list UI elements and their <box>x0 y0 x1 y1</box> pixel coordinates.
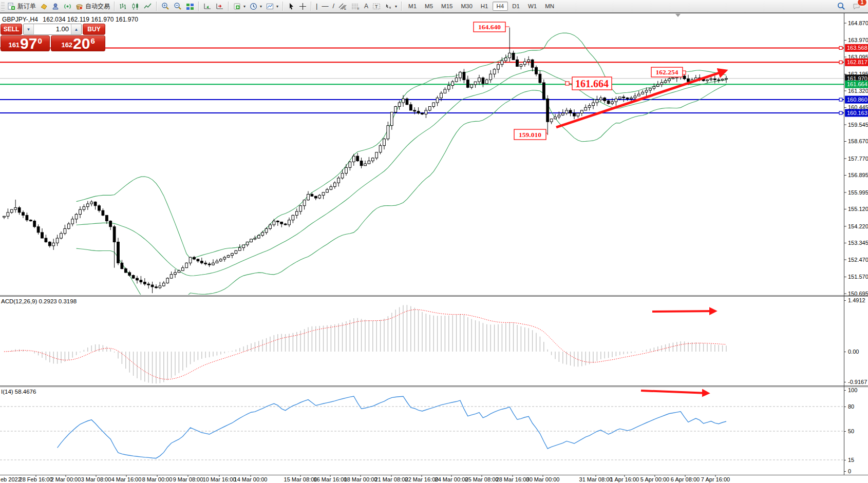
tab-timeframe-m30[interactable]: M30 <box>457 2 476 11</box>
svg-text:163.568: 163.568 <box>847 45 867 51</box>
signal-icon <box>64 3 71 10</box>
bar-chart-button[interactable] <box>117 2 129 11</box>
svg-text:164.640: 164.640 <box>478 23 501 31</box>
volume-up-button[interactable]: ▲ <box>71 24 81 34</box>
svg-text:25 Mar 08:00: 25 Mar 08:00 <box>465 476 499 482</box>
channel-button[interactable]: E <box>336 2 349 11</box>
hline-button[interactable]: — <box>319 2 330 11</box>
volume-input[interactable]: 1.00 <box>34 24 71 34</box>
svg-text:161.320: 161.320 <box>848 88 868 94</box>
zoom-in-icon <box>161 2 169 10</box>
market-watch-button[interactable] <box>38 2 50 11</box>
symbol-period: GBPJPY-,H4 <box>2 16 38 23</box>
autotrade-button[interactable]: 自动交易 <box>73 2 112 11</box>
crosshair-button[interactable] <box>297 2 309 11</box>
svg-text:158.670: 158.670 <box>848 138 868 144</box>
line-chart-button[interactable] <box>142 2 154 11</box>
candlestick-chart-button[interactable] <box>129 2 142 11</box>
time-axis[interactable]: eb 202228 Feb 16:002 Mar 00:003 Mar 08:0… <box>1 475 730 482</box>
svg-text:10 Mar 16:00: 10 Mar 16:00 <box>203 476 236 482</box>
svg-text:155.120: 155.120 <box>848 206 868 212</box>
toolbar-grip[interactable] <box>1 2 5 11</box>
tab-timeframe-m1[interactable]: M1 <box>404 2 421 11</box>
level-line-handle[interactable] <box>839 111 842 114</box>
level-line-handle[interactable] <box>839 61 842 64</box>
svg-text:160.163: 160.163 <box>847 110 867 116</box>
svg-text:28 Mar 16:00: 28 Mar 16:00 <box>496 476 530 482</box>
tab-timeframe-m5[interactable]: M5 <box>421 2 437 11</box>
tab-timeframe-h1[interactable]: H1 <box>477 2 493 11</box>
toolbar-separator <box>401 2 402 11</box>
zoom-out-button[interactable] <box>172 2 184 11</box>
svg-text:159.545: 159.545 <box>848 122 868 128</box>
tab-timeframe-h4[interactable]: H4 <box>493 2 508 11</box>
data-window-icon <box>52 3 60 10</box>
svg-text:155.995: 155.995 <box>848 189 868 196</box>
toolbar-separator <box>228 2 229 11</box>
volume-spinner: ▼ 1.00 ▲ <box>23 24 82 35</box>
crosshair-icon <box>299 3 307 10</box>
sell-button[interactable]: SELL <box>1 24 22 35</box>
search-button[interactable] <box>835 2 847 11</box>
navigator-button[interactable] <box>62 2 73 11</box>
tab-timeframe-w1[interactable]: W1 <box>524 2 541 11</box>
tab-timeframe-m15[interactable]: M15 <box>437 2 457 11</box>
svg-text:161.664: 161.664 <box>575 78 609 89</box>
level-line-handle[interactable] <box>839 98 842 101</box>
svg-text:50: 50 <box>848 428 854 434</box>
tab-timeframe-d1[interactable]: D1 <box>508 2 524 11</box>
vline-button[interactable]: | <box>314 2 319 11</box>
indicators-button[interactable]: ▾ <box>231 2 248 11</box>
buy-price[interactable]: 162 20 6 <box>51 35 105 51</box>
volume-dropdown-button[interactable]: ▼ <box>24 24 34 34</box>
svg-text:31 Mar 08:00: 31 Mar 08:00 <box>579 476 613 482</box>
label-icon: T <box>372 3 381 10</box>
zoom-in-button[interactable] <box>159 2 172 11</box>
label-button[interactable]: T <box>370 2 383 11</box>
price-annotation-162.254[interactable]: 162.254 <box>651 67 686 77</box>
templates-button[interactable]: ▾ <box>264 2 280 11</box>
fibonacci-icon: F <box>351 3 360 10</box>
tile-windows-button[interactable] <box>184 2 196 11</box>
svg-text:80: 80 <box>848 403 854 410</box>
price-badge-160.163: 160.163 <box>845 109 868 117</box>
notifications-button[interactable]: 1 <box>851 2 863 11</box>
level-line-handle[interactable] <box>839 46 842 49</box>
text-button[interactable]: A <box>362 2 370 11</box>
svg-text:14 Mar 00:00: 14 Mar 00:00 <box>234 476 268 482</box>
price-annotation-161.664[interactable]: 161.664 <box>565 77 612 90</box>
new-order-button[interactable]: 新订单 <box>6 2 38 11</box>
chart-shift-button[interactable] <box>214 2 226 11</box>
trendline-button[interactable]: / <box>330 2 336 11</box>
tab-timeframe-mn[interactable]: MN <box>541 2 558 11</box>
tile-windows-icon <box>186 3 194 10</box>
svg-text:150.695: 150.695 <box>848 291 868 297</box>
timeframe-buttons: M1M5M15M30H1H4D1W1MN <box>404 2 558 11</box>
templates-caret: ▾ <box>276 4 278 9</box>
sell-price[interactable]: 161 97 0 <box>1 35 50 51</box>
toolbar-separator <box>311 2 312 11</box>
chart-area[interactable]: 164.640161.664162.254159.010164.870163.9… <box>0 0 868 483</box>
price-annotation-164.640[interactable]: 164.640 <box>474 22 510 32</box>
cursor-button[interactable] <box>286 2 297 11</box>
indicators-caret: ▾ <box>243 4 246 9</box>
svg-text:9 Mar 08:00: 9 Mar 08:00 <box>173 476 203 482</box>
svg-text:7 Apr 16:00: 7 Apr 16:00 <box>701 476 730 482</box>
fibonacci-button[interactable]: F <box>349 2 362 11</box>
chart-autoscroll-button[interactable] <box>201 2 214 11</box>
svg-text:162.817: 162.817 <box>847 59 867 65</box>
periods-button[interactable]: ▾ <box>248 2 264 11</box>
data-window-button[interactable] <box>50 2 62 11</box>
macd-arrow[interactable] <box>652 311 715 312</box>
svg-text:ACD(12,26,9) 0.2923 0.3198: ACD(12,26,9) 0.2923 0.3198 <box>1 298 77 304</box>
svg-text:6 Apr 08:00: 6 Apr 08:00 <box>671 476 700 482</box>
price-annotation-159.010[interactable]: 159.010 <box>514 129 548 140</box>
main-toolbar: 新订单 自动交易 ▾ ▾ ▾ <box>0 0 868 13</box>
quotes-icon <box>40 3 48 10</box>
arrows-button[interactable]: ▾ <box>383 2 399 11</box>
svg-text:E: E <box>344 7 346 10</box>
buy-button[interactable]: BUY <box>83 24 105 35</box>
buy-price-sup: 6 <box>90 36 95 45</box>
line-chart-icon <box>144 3 152 10</box>
search-icon <box>837 2 845 10</box>
